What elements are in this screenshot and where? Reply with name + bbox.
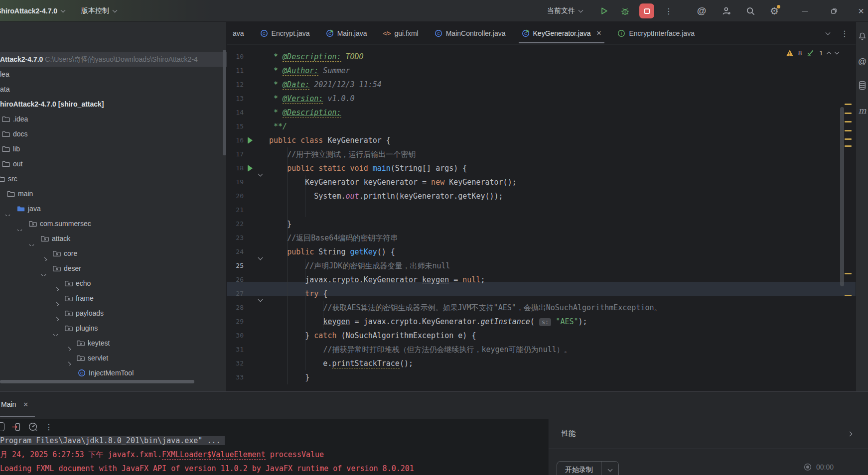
warning-stripe-mark[interactable] — [845, 145, 852, 147]
code-line-18[interactable]: 18 public static void main(String[] args… — [227, 161, 856, 175]
hidden-tabs-chevron-icon[interactable] — [826, 30, 831, 35]
editor-tab-encrypt-java[interactable]: CEncrypt.java — [252, 22, 318, 44]
editor-tab-encryptinterface-java[interactable]: IEncryptInterface.java — [609, 22, 703, 44]
console-tab-main[interactable]: Main ✕ — [1, 392, 28, 417]
warning-stripe-mark[interactable] — [845, 104, 852, 105]
tree-item-keytest[interactable]: keytest — [0, 336, 227, 351]
code-line-27[interactable]: 27 try { — [227, 287, 856, 301]
chevron-down-icon[interactable] — [18, 222, 21, 231]
code-line-30[interactable]: 30 } catch (NoSuchAlgorithmException e) … — [227, 329, 856, 343]
tree-item-src[interactable]: src — [0, 171, 227, 186]
editor-tab-keygenerator-java[interactable]: CKeyGenerator.java✕ — [514, 22, 610, 44]
tree-item-lib[interactable]: lib — [0, 141, 227, 156]
tree-item-hiroattack2-4.7.0-shiro-attack-[interactable]: hiroAttack2-4.7.0 [shiro_attack] — [0, 97, 227, 112]
warning-stripe-mark[interactable] — [845, 130, 852, 131]
debug-button[interactable] — [617, 0, 633, 22]
chevron-down-icon[interactable] — [42, 266, 45, 276]
window-minimize-button[interactable] — [797, 0, 813, 22]
chevron-right-icon[interactable] — [848, 432, 853, 437]
run-gutter-icon[interactable] — [248, 137, 253, 144]
ai-assistant-icon[interactable]: @ — [856, 57, 868, 67]
code-line-19[interactable]: 19 KeyGenerator keyGenerator = new KeyGe… — [227, 175, 856, 189]
code-line-24[interactable]: 24 public String getKey() { — [227, 245, 856, 259]
window-restore-button[interactable] — [826, 0, 842, 22]
tree-item-echo[interactable]: echo — [0, 276, 227, 291]
code-line-15[interactable]: 15 **/ — [227, 119, 856, 133]
warning-stripe-mark[interactable] — [845, 121, 852, 122]
run-configuration-selector[interactable]: 当前文件 — [547, 0, 582, 22]
settings-button[interactable]: ⚙ — [766, 0, 782, 22]
code-line-23[interactable]: 23 //返回Base64编码的密钥字符串 — [227, 231, 856, 245]
tab-close-icon[interactable]: ✕ — [596, 29, 602, 37]
clipped-square-icon[interactable] — [0, 422, 4, 431]
chevron-down-icon[interactable] — [54, 326, 57, 336]
recording-options-dropdown[interactable] — [601, 470, 618, 471]
warning-stripe-mark[interactable] — [845, 138, 852, 140]
exit-run-icon[interactable] — [11, 422, 21, 432]
run-button[interactable] — [596, 0, 612, 22]
code-line-22[interactable]: 22 } — [227, 217, 856, 231]
tree-item-frame[interactable]: frame — [0, 291, 227, 306]
code-line-26[interactable]: 26 javax.crypto.KeyGenerator keygen = nu… — [227, 273, 856, 287]
chevron-right-icon[interactable] — [54, 311, 58, 321]
code-line-21[interactable]: 21 — [227, 203, 856, 217]
tree-item-out[interactable]: out — [0, 156, 227, 171]
chevron-right-icon[interactable] — [42, 251, 46, 261]
start-recording-button[interactable]: 开始录制 — [557, 461, 619, 475]
code-line-13[interactable]: 13 * @Version: v1.0.0 — [227, 92, 856, 106]
chevron-right-icon[interactable] — [54, 281, 58, 291]
code-line-14[interactable]: 14 * @Description: — [227, 106, 856, 119]
console-line[interactable]: 月 24, 2025 6:27:53 下午 javafx.fxml.FXMLLo… — [0, 448, 548, 462]
chevron-right-icon[interactable] — [54, 296, 58, 306]
tree-item-main[interactable]: main — [0, 186, 227, 201]
chevron-right-icon[interactable] — [66, 341, 70, 351]
code-line-10[interactable]: 10 * @Description: TODO — [227, 50, 856, 64]
editor-tab-ava[interactable]: ava — [225, 22, 252, 44]
code-line-29[interactable]: 29 keygen = javax.crypto.KeyGenerator.ge… — [227, 315, 856, 329]
tree-item-attack2-4.7.0[interactable]: Attack2-4.7.0 C:\Users\奇怪的yasuo\Download… — [0, 52, 227, 67]
tree-item-servlet[interactable]: servlet — [0, 351, 227, 365]
tree-item-core[interactable]: core — [0, 246, 227, 261]
more-kebab-icon[interactable]: ⋮ — [45, 422, 53, 432]
vcs-menu[interactable]: 版本控制 — [81, 0, 117, 22]
console-output[interactable]: Program Files\Java\jdk1.8.0_201\bin\java… — [0, 434, 548, 475]
window-close-button[interactable]: × — [853, 0, 868, 22]
tree-item-plugins[interactable]: plugins — [0, 321, 227, 336]
tree-item-deser[interactable]: deser — [0, 261, 227, 276]
code-line-25[interactable]: 25 //声明JDK的密钥生成器变量，出师未null — [227, 259, 856, 273]
project-menu[interactable]: ShiroAttack2-4.7.0 — [0, 0, 65, 22]
code-line-11[interactable]: 11 * @Author: Summer — [227, 64, 856, 78]
maven-icon[interactable]: m — [856, 106, 868, 116]
run-gutter-icon[interactable] — [248, 165, 253, 172]
search-button[interactable] — [742, 0, 758, 22]
tree-item-.idea[interactable]: .idea — [0, 112, 227, 126]
warning-stripe-mark[interactable] — [845, 113, 852, 114]
notifications-bell-icon[interactable] — [856, 32, 868, 41]
code-line-17[interactable]: 17 //用于独立测试，运行后输出一个密钥 — [227, 147, 856, 161]
stop-button[interactable] — [639, 3, 654, 18]
editor-scrollbar[interactable] — [840, 107, 844, 286]
more-actions-button[interactable]: ⋮ — [661, 0, 677, 22]
tree-item-docs[interactable]: docs — [0, 126, 227, 141]
profiler-gauge-icon[interactable] — [28, 422, 38, 432]
code-line-16[interactable]: 16public class KeyGenerator { — [227, 133, 856, 147]
ai-assistant-icon[interactable]: @ — [694, 0, 710, 22]
tree-item-payloads[interactable]: payloads — [0, 306, 227, 321]
tree-item-attack[interactable]: attack — [0, 231, 227, 246]
tree-item-com.summersec[interactable]: com.summersec — [0, 216, 227, 231]
chevron-down-icon[interactable] — [30, 237, 33, 246]
warning-stripe-mark[interactable] — [845, 273, 852, 274]
inspections-widget[interactable]: 8 1 — [786, 49, 839, 57]
add-user-button[interactable] — [719, 0, 734, 22]
performance-panel-header[interactable]: 性能 — [549, 419, 868, 449]
next-problem-icon[interactable] — [835, 49, 840, 54]
console-line[interactable]: Loading FXML document with JavaFX API of… — [0, 462, 548, 475]
chevron-down-icon[interactable] — [6, 207, 9, 216]
close-icon[interactable]: ✕ — [23, 401, 28, 408]
database-icon[interactable] — [856, 81, 868, 90]
code-editor[interactable]: 10 * @Description: TODO11 * @Author: Sum… — [227, 45, 856, 391]
tree-item-java[interactable]: java — [0, 201, 227, 216]
warning-stripe-mark[interactable] — [845, 295, 852, 296]
previous-problem-icon[interactable] — [827, 51, 832, 56]
project-tree-horizontal-scrollbar[interactable] — [0, 380, 194, 383]
